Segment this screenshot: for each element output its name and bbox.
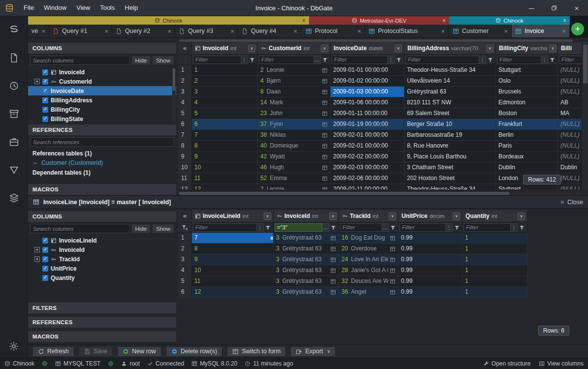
cell-billingaddress[interactable]: Barbarossastraße 19 [404,130,496,141]
toolbar-button[interactable]: Delete row(s) ∨ [166,346,222,357]
close-group-icon[interactable]: × [302,18,306,24]
cell-quantity[interactable]: 1 [463,276,527,287]
horizontal-scrollbar[interactable] [178,190,582,195]
clear-filters-icon[interactable] [182,224,188,231]
cell-invoicedate[interactable]: 2009-01-11 00:00:00 [331,108,404,119]
tab[interactable]: Query #2 × [112,25,175,37]
cell-billingcity[interactable]: Berlin [496,130,558,141]
filter-menu-button[interactable]: ⋮ [241,56,248,64]
column-checkbox[interactable] [42,256,48,262]
cell-invoicedate[interactable]: 2009-01-19 00:00:00 [331,119,404,130]
cell-unitprice[interactable]: 0.99 [399,254,463,265]
vertical-scrollbar[interactable] [582,43,588,190]
cell-unitprice[interactable]: 0.99 [399,244,463,254]
cell-trackid[interactable]: 24 Love In An Elevator [339,254,399,265]
close-tab-icon[interactable]: × [504,28,508,35]
collapse-left-panel-button[interactable]: « [178,210,192,222]
cell-invoicedate[interactable]: 2009-02-02 00:00:00 [331,152,404,162]
cell-billingcity[interactable]: Brussels [496,87,558,97]
close-group-icon[interactable]: × [442,18,446,24]
open-reference-icon[interactable] [320,165,328,171]
expand-icon[interactable]: + [34,256,40,262]
filter-funnel-icon[interactable] [453,223,461,232]
filter-input[interactable] [332,56,388,64]
cell-billingcity[interactable]: Edmonton [496,97,558,108]
sidebar-item[interactable] [7,23,20,36]
column-checkbox[interactable] [42,79,48,85]
filter-funnel-icon[interactable] [248,56,256,64]
cell-invoiceid[interactable]: 11 [192,173,258,184]
column-menu-button[interactable]: ∨ [389,213,396,220]
close-window-icon[interactable]: × [565,0,588,16]
filter-menu-button[interactable]: … [314,56,321,64]
column-tree-item[interactable]: + UnitPrice [28,264,176,273]
cell-customerid[interactable]: 2 Leonie [258,65,331,76]
cell-customerid[interactable]: 8 Daan [258,87,331,97]
scrollbar-thumb[interactable] [583,44,588,84]
cell-invoicelineid[interactable]: 12 [192,287,274,298]
table-row[interactable]: 1 7 3 Grétrystraat 63 16 Dog Eat Dog [178,233,527,244]
filter-input[interactable] [259,56,314,64]
filter-input[interactable] [400,223,446,232]
close-group-icon[interactable]: × [563,18,566,24]
expand-icon[interactable]: + [34,79,40,84]
column-tree-item[interactable]: + BillingAddress [28,95,176,105]
tab[interactable]: Query #1 × [49,25,112,37]
cell-invoiceid[interactable]: 3 Grétrystraat 63 [274,276,339,287]
cell-invoicedate[interactable]: 2009-01-01 00:00:00 [331,65,404,76]
open-reference-icon[interactable] [320,78,328,84]
cell-billingaddress[interactable]: Ullevålsveien 14 [404,76,496,87]
show-button[interactable]: Show [152,224,174,233]
cell-invoiceid[interactable]: 10 [192,162,258,173]
cell-billingaddress[interactable]: 202 Hoxton Street [404,173,496,184]
cell-trackid[interactable]: 36 Angel [339,287,399,298]
table-row[interactable]: 6 12 3 Grétrystraat 63 36 Angel [178,287,527,298]
selection-handle[interactable] [271,237,273,240]
column-menu-button[interactable]: ∨ [453,213,460,220]
open-reference-icon[interactable] [329,278,336,284]
filter-menu-button[interactable]: ⋮ [446,223,453,232]
cell-invoicelineid[interactable]: 8 [192,244,274,254]
cell-customerid[interactable]: 40 Dominique [258,141,331,152]
cell-billingaddress[interactable]: Berger Straße 10 [404,119,496,130]
search-columns-input[interactable] [30,224,130,233]
cell-invoiceid[interactable]: 12 [192,184,258,189]
open-reference-icon[interactable] [329,289,336,295]
column-header[interactable]: InvoiceId int ∨ [274,210,339,222]
filter-input[interactable] [275,223,322,232]
cell-invoiceid[interactable]: 3 Grétrystraat 63 [274,287,339,298]
references-section-header[interactable]: REFERENCES [28,124,176,135]
open-reference-icon[interactable] [388,278,396,284]
cell-customerid[interactable]: 38 Niklas [258,130,331,141]
filter-menu-button[interactable]: ⋮ [257,223,264,232]
collapse-left-panel-button[interactable]: « [178,42,192,55]
filter-funnel-icon[interactable] [548,56,557,64]
table-row[interactable]: 5 11 3 Grétrystraat 63 32 Deuces Are Wil… [178,276,527,287]
column-tree-item[interactable]: + CustomerId [28,77,176,86]
reference-link[interactable]: ⇔ Customer (CustomerId) [28,158,176,167]
cell-invoiceid[interactable]: 2 [192,76,258,87]
close-icon[interactable]: × [560,198,564,206]
filter-input[interactable] [193,56,241,64]
column-header[interactable]: CustomerId int ∨ [258,42,331,55]
column-menu-button[interactable]: ∨ [518,213,525,220]
column-tree-item[interactable]: + InvoiceLineId [28,236,176,245]
table-row[interactable]: 4 4 14 Mark 2009-01-06 00:00:00 8210 111… [178,97,588,108]
column-menu-button[interactable]: ∨ [486,45,494,52]
close-tab-icon[interactable]: × [562,28,566,35]
cell-billingcity[interactable]: Stuttgart [496,65,558,76]
sidebar-item[interactable] [7,163,20,176]
open-reference-icon[interactable] [329,268,336,274]
cell-customerid[interactable]: 42 Wyatt [258,152,331,162]
menu-item[interactable]: Help [120,0,143,16]
cell-invoiceid[interactable]: 7 [192,130,258,141]
filter-funnel-icon[interactable] [486,56,495,64]
close-tab-icon[interactable]: × [230,28,234,35]
search-references-input[interactable] [30,137,174,147]
cell-invoicedate[interactable]: 2009-02-01 00:00:00 [331,130,404,141]
show-button[interactable]: Show [152,56,174,65]
column-menu-button[interactable]: ∨ [329,213,337,220]
column-tree-item[interactable]: + InvoiceDate [28,86,176,95]
table-row[interactable]: 4 10 3 Grétrystraat 63 28 Janie's Got A … [178,265,527,276]
cell-customerid[interactable]: 52 Emma [258,173,331,184]
